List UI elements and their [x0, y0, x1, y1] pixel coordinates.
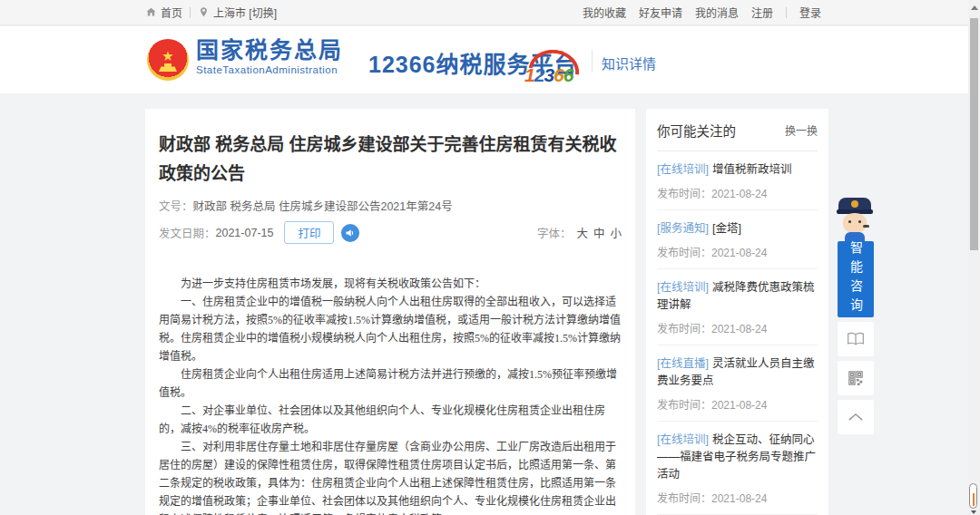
published-value: 2021-08-24 [711, 323, 767, 335]
smart-consult-button[interactable]: 智能咨询 [838, 241, 874, 317]
chevron-up-icon [848, 413, 864, 422]
floating-consult-widget: 智能咨询 [837, 198, 875, 434]
sidebar-list-item-0[interactable]: [在线培训]增值税新政培训发布时间：2021-08-24 [657, 151, 818, 210]
topbar-right-links: 我的收藏好友申请我的消息注册登录 [583, 5, 821, 20]
sidebar-recommendations: 你可能关注的 换一换 [在线培训]增值税新政培训发布时间：2021-08-24[… [646, 109, 828, 515]
sidebar-item-date: 发布时间：2021-08-24 [657, 185, 818, 200]
font-size-label: 字体： [537, 224, 572, 241]
open-book-icon [847, 332, 865, 346]
published-value: 2021-08-24 [711, 247, 767, 259]
article-paragraph-0: 为进一步支持住房租赁市场发展，现将有关税收政策公告如下： [159, 275, 622, 293]
article-paragraph-2: 住房租赁企业向个人出租住房适用上述简易计税方法并进行预缴的，减按1.5%预征率预… [159, 365, 622, 402]
sidebar-list-item-1[interactable]: [服务通知][金塔]发布时间：2021-08-24 [657, 210, 818, 269]
scrollbar-thumb[interactable] [970, 18, 978, 250]
sidebar-item-tag: [服务通知] [657, 222, 709, 235]
divider [190, 7, 191, 18]
sidebar-item-text: [金塔] [712, 222, 741, 235]
sidebar-item-title: [在线培训]税企互动、征纳同心——福建省电子税务局专题推广活动 [657, 432, 818, 483]
officer-eye [848, 220, 851, 223]
article-paragraph-3: 二、对企事业单位、社会团体以及其他组织向个人、专业化规模化住房租赁企业出租住房的… [159, 402, 622, 438]
font-size-control: 字体： 大中小 [537, 224, 622, 241]
scrollbar-up-arrow[interactable] [971, 5, 978, 10]
headset-mic [863, 225, 869, 228]
publish-date-label: 发文日期： [159, 224, 216, 241]
sidebar-item-title: [服务通知][金塔] [657, 220, 818, 238]
scroll-down-arrow[interactable] [971, 510, 976, 514]
platform-logo-12366: 12366 [524, 50, 590, 86]
sidebar-item-date: 发布时间：2021-08-24 [657, 396, 818, 412]
topbar-link-1[interactable]: 好友申请 [639, 5, 682, 20]
sidebar-item-date: 发布时间：2021-08-24 [657, 320, 818, 335]
sidebar-header: 你可能关注的 换一换 [657, 109, 818, 151]
org-title-block: 国家税务总局 StateTaxationAdministration [196, 37, 343, 75]
published-value: 2021-08-24 [711, 399, 767, 412]
location-pin-icon [198, 6, 210, 18]
location-link[interactable]: 上海市 [切换] [198, 5, 277, 20]
doc-number-value: 财政部 税务总局 住房城乡建设部公告2021年第24号 [193, 197, 453, 214]
sidebar-item-tag: [在线培训] [657, 433, 709, 446]
page-scrollbar[interactable] [968, 0, 980, 515]
refresh-list-button[interactable]: 换一换 [785, 122, 818, 138]
home-icon [145, 6, 157, 18]
star-icon: ★ [162, 49, 173, 63]
qr-code-icon [848, 370, 864, 386]
tax-officer-avatar[interactable] [836, 198, 874, 241]
read-aloud-button[interactable] [341, 224, 359, 242]
sidebar-item-tag: [在线培训] [657, 163, 709, 176]
published-value: 2021-08-24 [711, 188, 767, 200]
font-size-option-2[interactable]: 小 [610, 224, 622, 241]
sidebar-item-title: [在线直播]灵活就业人员自主缴费业务要点 [657, 355, 818, 390]
article-card: 财政部 税务总局 住房城乡建设部关于完善住房租赁有关税收政策的公告 文号： 财政… [145, 109, 635, 515]
knowledge-book-button[interactable] [838, 322, 874, 356]
home-link[interactable]: 首页 [145, 5, 182, 20]
sidebar-item-tag: [在线培训] [657, 281, 709, 294]
topbar-link-4[interactable]: 登录 [799, 5, 821, 20]
publish-date-value: 2021-07-15 [216, 227, 274, 239]
sidebar-list-item-2[interactable]: [在线培训]减税降费优惠政策梳理讲解发布时间：2021-08-24 [657, 269, 818, 345]
doc-number-label: 文号： [159, 197, 193, 214]
sidebar-item-title: [在线培训]增值税新政培训 [657, 161, 818, 179]
font-size-option-1[interactable]: 中 [593, 224, 605, 241]
cap-badge [851, 200, 858, 208]
topbar-left: 首页 上海市 [切换] [145, 5, 277, 20]
publish-date-row: 发文日期： 2021-07-15 打印 字体： 大中小 [159, 221, 622, 244]
published-label: 发布时间： [657, 323, 711, 335]
back-to-top-button[interactable] [838, 400, 874, 434]
article-body: 为进一步支持住房租赁市场发展，现将有关税收政策公告如下：一、住房租赁企业中的增值… [159, 275, 622, 515]
topbar-link-0[interactable]: 我的收藏 [583, 5, 626, 20]
sidebar-item-text: 增值税新政培训 [712, 163, 792, 176]
tiananmen-shape [159, 63, 177, 72]
sidebar-title: 你可能关注的 [657, 121, 736, 140]
scroll-progress-indicator [969, 483, 977, 509]
logo-digits: 12366 [524, 64, 573, 86]
published-value: 2021-08-24 [711, 492, 767, 505]
article-paragraph-4: 三、对利用非居住存量土地和非居住存量房屋（含商业办公用房、工业厂房改造后出租用于… [159, 438, 622, 515]
doc-number-row: 文号： 财政部 税务总局 住房城乡建设部公告2021年第24号 [159, 197, 622, 214]
qr-code-button[interactable] [838, 361, 874, 395]
site-header: ★ 国家税务总局 StateTaxationAdministration 123… [0, 26, 980, 93]
topbar: 首页 上海市 [切换] 我的收藏好友申请我的消息注册登录 [0, 0, 980, 25]
sidebar-list: [在线培训]增值税新政培训发布时间：2021-08-24[服务通知][金塔]发布… [657, 151, 818, 515]
sidebar-item-tag: [在线直播] [657, 357, 709, 370]
article-title: 财政部 税务总局 住房城乡建设部关于完善住房租赁有关税收政策的公告 [159, 131, 622, 189]
officer-body [845, 232, 865, 241]
org-name: 国家税务总局 [196, 37, 343, 63]
home-label: 首页 [161, 5, 182, 20]
sidebar-item-date: 发布时间：2021-08-24 [657, 244, 818, 259]
print-button[interactable]: 打印 [284, 221, 334, 244]
scroll-progress-fill [973, 493, 975, 506]
sidebar-item-date: 发布时间：2021-08-24 [657, 490, 818, 505]
sidebar-list-item-3[interactable]: [在线直播]灵活就业人员自主缴费业务要点发布时间：2021-08-24 [657, 345, 818, 422]
published-label: 发布时间： [657, 247, 711, 259]
header-divider [592, 50, 593, 72]
speaker-icon [345, 228, 356, 238]
published-label: 发布时间： [657, 492, 711, 505]
published-label: 发布时间： [657, 188, 711, 200]
font-size-option-0[interactable]: 大 [576, 224, 588, 241]
article-paragraph-1: 一、住房租赁企业中的增值税一般纳税人向个人出租住房取得的全部出租收入，可以选择适… [159, 293, 622, 365]
topbar-link-2[interactable]: 我的消息 [695, 5, 739, 20]
sidebar-list-item-4[interactable]: [在线培训]税企互动、征纳同心——福建省电子税务局专题推广活动发布时间：2021… [657, 422, 818, 515]
topbar-link-3[interactable]: 注册 [751, 5, 773, 20]
officer-face [843, 213, 867, 233]
page-title-knowledge-detail: 知识详情 [602, 53, 656, 73]
